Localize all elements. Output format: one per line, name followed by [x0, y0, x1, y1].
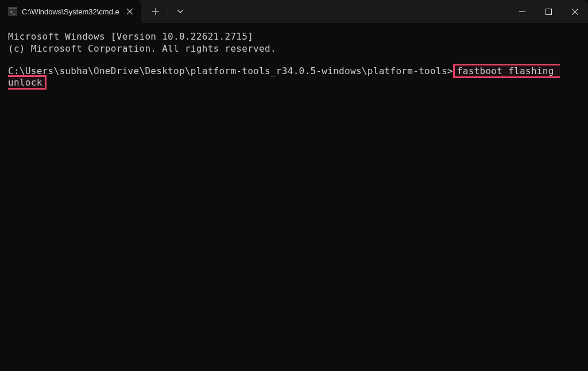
minimize-icon	[519, 9, 525, 15]
close-icon	[127, 9, 133, 14]
tabbar-controls	[141, 0, 190, 23]
tab-active[interactable]: >_ C:\Windows\System32\cmd.e	[0, 0, 141, 23]
tab-close-button[interactable]	[124, 6, 136, 17]
cmd-icon: >_	[8, 7, 17, 16]
new-tab-button[interactable]	[146, 2, 165, 21]
version-line: Microsoft Windows [Version 10.0.22621.27…	[8, 31, 580, 43]
svg-rect-1	[9, 7, 17, 9]
close-icon	[572, 9, 578, 15]
chevron-down-icon	[177, 10, 183, 13]
close-window-button[interactable]	[562, 0, 588, 23]
minimize-button[interactable]	[509, 0, 535, 23]
svg-text:>_: >_	[10, 10, 16, 15]
copyright-line: (c) Microsoft Corporation. All rights re…	[8, 43, 580, 55]
window-controls	[509, 0, 588, 23]
tab-title: C:\Windows\System32\cmd.e	[22, 7, 119, 16]
divider	[168, 6, 168, 17]
titlebar-drag-area[interactable]	[190, 0, 509, 23]
terminal-content[interactable]: Microsoft Windows [Version 10.0.22621.27…	[0, 23, 588, 97]
maximize-icon	[546, 9, 552, 15]
titlebar: >_ C:\Windows\System32\cmd.e	[0, 0, 588, 23]
maximize-button[interactable]	[535, 0, 562, 23]
prompt-path: C:\Users\subha\OneDrive\Desktop\platform…	[8, 65, 453, 76]
prompt-line: C:\Users\subha\OneDrive\Desktop\platform…	[8, 65, 580, 90]
svg-rect-8	[546, 9, 551, 14]
plus-icon	[152, 8, 159, 15]
tab-dropdown-button[interactable]	[171, 2, 190, 21]
